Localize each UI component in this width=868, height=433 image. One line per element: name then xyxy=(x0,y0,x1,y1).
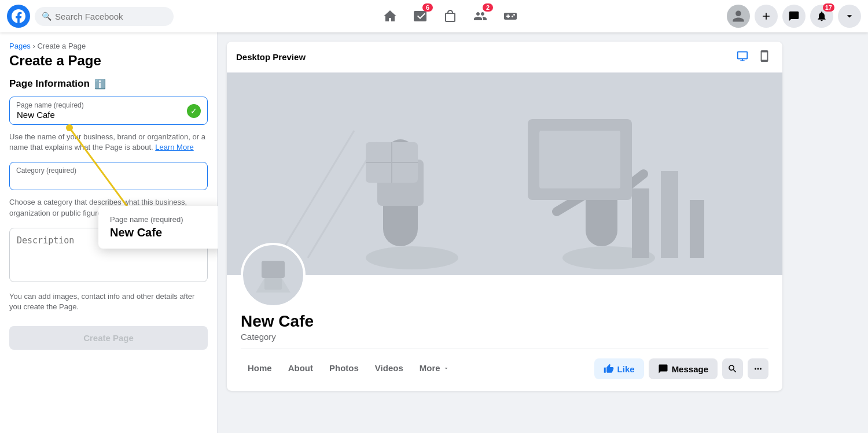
svg-rect-19 xyxy=(632,188,649,258)
profile-nav: Home About Photos Videos More Like xyxy=(241,356,768,382)
mobile-view-button[interactable] xyxy=(756,47,773,66)
category-label: Category (required) xyxy=(16,166,76,175)
nav-link-home[interactable]: Home xyxy=(241,358,279,379)
page-name-field-wrap: Page name (required) ✓ xyxy=(9,97,208,125)
breadcrumb: Pages › Create a Page xyxy=(9,42,208,50)
category-field-wrap: Category (required) xyxy=(9,162,208,190)
description-field-wrap xyxy=(9,228,208,284)
search-input[interactable] xyxy=(55,12,167,21)
preview-header: Desktop Preview xyxy=(227,42,782,73)
info-icon[interactable]: ℹ️ xyxy=(94,79,106,90)
svg-point-5 xyxy=(366,246,458,269)
search-small-button[interactable] xyxy=(722,358,743,379)
page-name-label: Page name (required) xyxy=(16,101,84,109)
account-menu-button[interactable] xyxy=(838,5,861,28)
search-icon: 🔍 xyxy=(42,12,52,21)
user-avatar[interactable] xyxy=(727,5,750,28)
facebook-logo[interactable] xyxy=(7,5,30,28)
desktop-view-button[interactable] xyxy=(734,47,751,66)
svg-rect-25 xyxy=(262,261,285,278)
top-navigation: 🔍 6 2 xyxy=(0,0,868,32)
topnav-right-actions: 17 xyxy=(727,5,861,28)
profile-name: New Cafe xyxy=(241,312,768,331)
notifications-badge: 17 xyxy=(823,3,834,12)
create-page-button[interactable]: Create Page xyxy=(9,326,208,350)
breadcrumb-pages-link[interactable]: Pages xyxy=(9,42,31,50)
nav-gaming-button[interactable] xyxy=(496,2,524,30)
category-hint: Choose a category that describes what th… xyxy=(9,197,208,218)
nav-groups-button[interactable]: 2 xyxy=(466,2,494,30)
right-panel: Desktop Preview xyxy=(218,32,868,433)
page-information-label: Page Information xyxy=(9,78,90,90)
message-button[interactable]: Message xyxy=(649,358,718,379)
cover-photo xyxy=(227,73,782,275)
profile-avatar xyxy=(241,243,306,308)
profile-info: New Cafe Category xyxy=(241,275,768,342)
profile-section: New Cafe Category Home About Photos Vide… xyxy=(227,275,782,391)
profile-nav-actions: Like Message xyxy=(594,358,768,379)
nav-link-videos[interactable]: Videos xyxy=(368,358,410,379)
preview-title: Desktop Preview xyxy=(236,52,306,62)
nav-link-photos[interactable]: Photos xyxy=(322,358,366,379)
preview-card: Desktop Preview xyxy=(227,42,782,391)
learn-more-link[interactable]: Learn More xyxy=(155,143,193,151)
svg-rect-20 xyxy=(661,171,678,258)
more-dots-button[interactable] xyxy=(748,358,768,379)
page-name-hint: Use the name of your business, brand or … xyxy=(9,132,208,153)
profile-divider xyxy=(241,349,768,349)
profile-nav-links: Home About Photos Videos More xyxy=(241,358,457,379)
watch-badge: 6 xyxy=(422,3,433,12)
cover-illustration xyxy=(227,73,782,275)
nav-marketplace-button[interactable] xyxy=(436,2,464,30)
nav-link-more[interactable]: More xyxy=(413,358,457,379)
nav-link-about[interactable]: About xyxy=(281,358,320,379)
add-button[interactable] xyxy=(755,5,778,28)
notifications-button[interactable]: 17 xyxy=(810,5,833,28)
svg-rect-18 xyxy=(539,131,620,188)
page-title: Create a Page xyxy=(9,53,208,69)
nav-center: 6 2 xyxy=(174,2,727,30)
valid-check-icon: ✓ xyxy=(187,104,201,118)
profile-category: Category xyxy=(241,332,768,342)
nav-home-button[interactable] xyxy=(376,2,404,30)
page-information-header: Page Information ℹ️ xyxy=(9,78,208,90)
device-toggle xyxy=(734,47,773,66)
left-panel: Pages › Create a Page Create a Page Page… xyxy=(0,32,218,433)
description-textarea[interactable] xyxy=(9,228,208,282)
groups-badge: 2 xyxy=(483,3,493,12)
messenger-button[interactable] xyxy=(782,5,806,28)
nav-watch-button[interactable]: 6 xyxy=(406,2,434,30)
like-button[interactable]: Like xyxy=(594,358,644,379)
avatar-icon xyxy=(244,246,302,304)
svg-rect-21 xyxy=(690,200,704,258)
add-details-hint: You can add images, contact info and oth… xyxy=(9,291,208,312)
search-bar[interactable]: 🔍 xyxy=(35,7,174,26)
main-layout: Pages › Create a Page Create a Page Page… xyxy=(0,32,868,433)
